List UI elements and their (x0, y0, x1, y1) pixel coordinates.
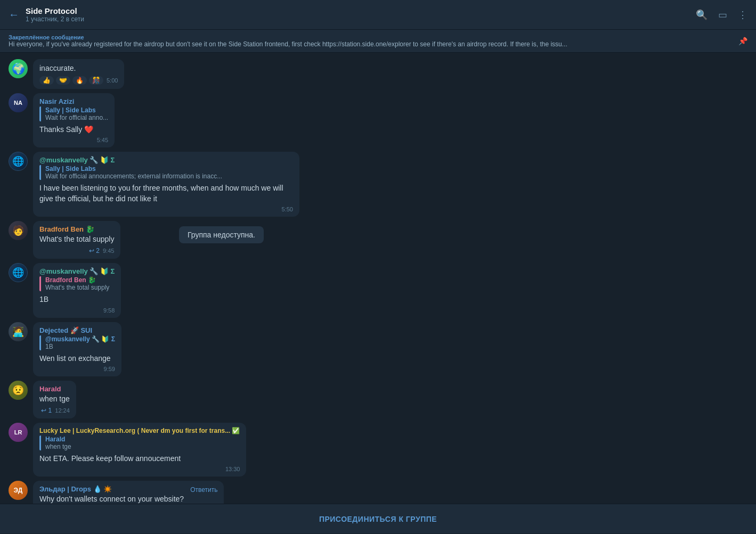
pin-icon[interactable]: 📌 (738, 37, 747, 45)
message-time: 12:24 (55, 407, 70, 414)
reaction-thumbs-up[interactable]: 👍 (39, 76, 54, 85)
sender-name: @muskanvelly 🔧 🔰 Σ (39, 267, 115, 275)
message-row: 😟 Harald when tge ↩ 1 12:24 (9, 381, 747, 418)
pinned-banner[interactable]: Закреплённое сообщение Hi everyone, if y… (0, 30, 756, 53)
chat-subtitle: 1 участник, 2 в сети (26, 15, 696, 23)
menu-icon[interactable]: ⋮ (738, 9, 747, 21)
message-time: 5:00 (107, 77, 118, 84)
sender-name: Lucky Lee | LuckyResearch.org ( Never dm… (39, 427, 240, 434)
message-text: inaccurate. (39, 63, 118, 74)
reply-sender: Bradford Ben 🐉 (45, 276, 115, 284)
chat-header: ← Side Protocol 1 участник, 2 в сети 🔍 ▭… (0, 0, 756, 30)
message-row: LR Lucky Lee | LuckyResearch.org ( Never… (9, 423, 747, 477)
reply-text: Wait for official announcements; externa… (45, 172, 237, 180)
reply-block: Sally | Side Labs Wait for official anno… (39, 106, 108, 121)
message-meta: 13:30 (39, 466, 240, 472)
reply-action-button[interactable]: Ответить (190, 486, 217, 494)
message-text: I have been listening to you for three m… (39, 183, 293, 204)
message-row: 🌐 @muskanvelly 🔧 🔰 Σ Bradford Ben 🐉 What… (9, 263, 747, 318)
back-button[interactable]: ← (9, 9, 19, 21)
message-time: 13:30 (225, 466, 240, 472)
message-bubble: inaccurate. 👍 🤝 🔥 🎊 5:00 (33, 59, 124, 89)
reaction-party[interactable]: 🎊 (89, 76, 103, 85)
reply-count: ↩ 2 (89, 247, 100, 254)
sender-name: @muskanvelly 🔧 🔰 Σ (39, 156, 293, 164)
reply-count: ↩ 1 (41, 407, 52, 414)
chat-area: 🌍 inaccurate. 👍 🤝 🔥 🎊 5:00 NA Nasir Aziz… (0, 53, 756, 504)
reply-sender: Sally | Side Labs (45, 165, 293, 172)
pinned-label: Закреплённое сообщение (9, 34, 732, 40)
header-actions: 🔍 ▭ ⋮ (696, 9, 747, 21)
message-row: 🧑 Bradford Ben 🐉 What's the total supply… (9, 221, 747, 259)
message-text: 1B (39, 294, 115, 305)
message-text: Wen list on exchange (39, 354, 115, 364)
search-icon[interactable]: 🔍 (696, 9, 708, 21)
layout-icon[interactable]: ▭ (718, 9, 727, 21)
message-bubble: @muskanvelly 🔧 🔰 Σ Sally | Side Labs Wai… (33, 152, 299, 217)
reply-block: @muskanvelly 🔧 🔰 Σ 1B (39, 335, 115, 350)
message-meta: ↩ 1 12:24 (39, 407, 70, 414)
sender-name: Nasir Azizi (39, 97, 108, 105)
avatar: LR (9, 423, 28, 442)
message-text: when tge (39, 394, 70, 405)
chat-info: Side Protocol 1 участник, 2 в сети (26, 6, 696, 23)
message-bubble: Эльдар | Drops 💧 ✴️ Why don't wallets co… (33, 481, 224, 504)
avatar: 🌐 (9, 152, 28, 171)
sender-name: Bradford Ben 🐉 (39, 225, 114, 233)
avatar: 😟 (9, 381, 28, 400)
pinned-text: Hi everyone, if you've already registere… (9, 40, 732, 48)
sender-name: Эльдар | Drops 💧 ✴️ (39, 485, 184, 493)
message-row: NA Nasir Azizi Sally | Side Labs Wait fo… (9, 93, 747, 148)
message-bubble: Harald when tge ↩ 1 12:24 (33, 381, 76, 418)
message-meta: 9:58 (39, 307, 115, 314)
message-text: Why don't wallets connect on your websit… (39, 494, 184, 504)
message-row: 🌍 inaccurate. 👍 🤝 🔥 🎊 5:00 (9, 59, 747, 89)
tooltip: Группа недоступна. (179, 226, 264, 243)
avatar: 🌐 (9, 263, 28, 282)
avatar: 🧑‍💻 (9, 322, 28, 341)
message-meta: ↩ 2 9:45 (39, 247, 114, 254)
reply-text: Wait for official anno... (45, 114, 108, 121)
message-text: Thanks Sally ❤️ (39, 125, 108, 135)
reply-sender: Harald (45, 436, 240, 443)
reaction-fire[interactable]: 🔥 (72, 76, 87, 85)
message-row: ЭД Эльдар | Drops 💧 ✴️ Why don't wallets… (9, 481, 747, 504)
reply-block: Bradford Ben 🐉 What's the total supply (39, 276, 115, 291)
join-button[interactable]: ПРИСОЕДИНИТЬСЯ К ГРУППЕ (319, 515, 437, 523)
reply-sender: @muskanvelly 🔧 🔰 Σ (45, 335, 115, 343)
reply-text: 1B (45, 343, 115, 350)
message-bubble: Lucky Lee | LuckyResearch.org ( Never dm… (33, 423, 246, 477)
reply-text: What's the total supply (45, 284, 115, 291)
reply-text: when tge (45, 443, 237, 450)
message-bubble: Dejected 🚀 SUI @muskanvelly 🔧 🔰 Σ 1B Wen… (33, 322, 121, 377)
reactions: 👍 🤝 🔥 🎊 (39, 76, 103, 85)
reply-sender: Sally | Side Labs (45, 106, 108, 114)
message-meta: 9:59 (39, 366, 115, 372)
avatar: NA (9, 93, 28, 112)
message-time: 9:58 (103, 307, 115, 314)
message-time: 9:45 (103, 248, 114, 254)
message-row: 🌐 @muskanvelly 🔧 🔰 Σ Sally | Side Labs W… (9, 152, 747, 217)
sender-name: Harald (39, 385, 70, 393)
message-meta: 5:45 (39, 137, 108, 143)
chat-title: Side Protocol (26, 6, 696, 15)
message-meta: 5:50 (39, 206, 293, 212)
avatar: 🌍 (9, 59, 28, 78)
reaction-handshake[interactable]: 🤝 (56, 76, 70, 85)
join-bar[interactable]: ПРИСОЕДИНИТЬСЯ К ГРУППЕ (0, 504, 756, 533)
message-meta: 👍 🤝 🔥 🎊 5:00 (39, 76, 118, 85)
avatar: ЭД (9, 481, 28, 500)
pinned-content: Закреплённое сообщение Hi everyone, if y… (9, 34, 732, 48)
message-bubble: @muskanvelly 🔧 🔰 Σ Bradford Ben 🐉 What's… (33, 263, 121, 318)
message-bubble: Nasir Azizi Sally | Side Labs Wait for o… (33, 93, 115, 148)
message-text: Not ETA. Please keep follow annoucement (39, 454, 240, 464)
sender-name: Dejected 🚀 SUI (39, 326, 115, 334)
reply-block: Sally | Side Labs Wait for official anno… (39, 165, 293, 180)
message-bubble: Bradford Ben 🐉 What's the total supply ↩… (33, 221, 120, 259)
avatar: 🧑 (9, 221, 28, 240)
message-text: What's the total supply (39, 234, 114, 245)
reply-block: Harald when tge (39, 436, 240, 450)
message-row: 🧑‍💻 Dejected 🚀 SUI @muskanvelly 🔧 🔰 Σ 1B… (9, 322, 747, 377)
message-time: 5:45 (97, 137, 108, 143)
message-time: 5:50 (282, 206, 293, 212)
